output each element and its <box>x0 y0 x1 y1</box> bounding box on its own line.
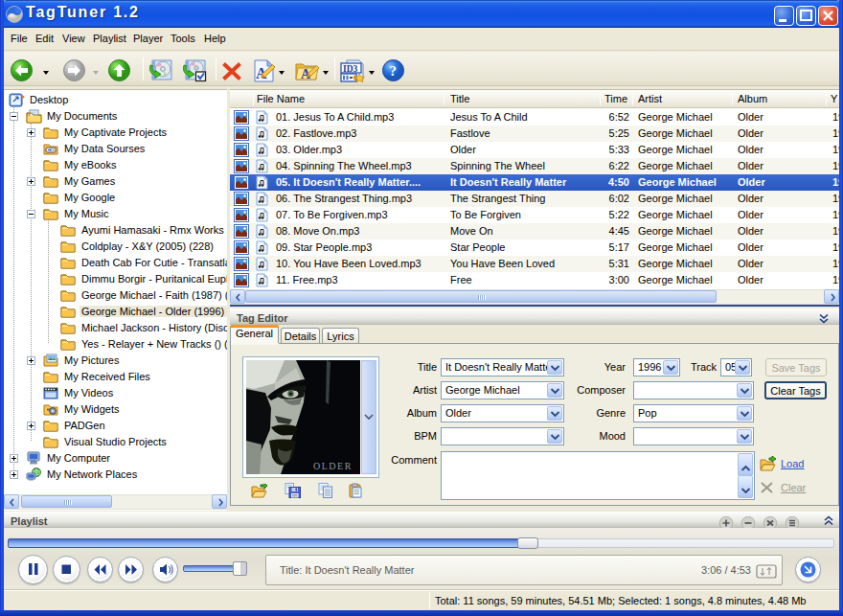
svg-text:OLDER: OLDER <box>313 461 353 471</box>
svg-text:ID3: ID3 <box>343 64 358 74</box>
svg-text:?: ? <box>390 63 398 79</box>
